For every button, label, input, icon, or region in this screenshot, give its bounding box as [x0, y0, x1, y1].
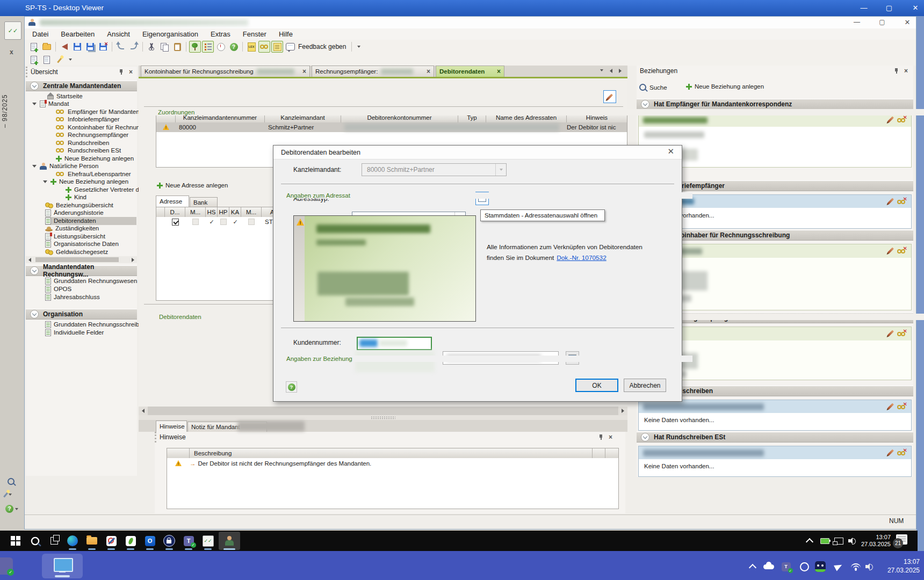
save-icon[interactable] — [71, 41, 83, 53]
dock-search-icon[interactable] — [8, 478, 15, 485]
close-panel-icon[interactable]: × — [904, 68, 908, 74]
tab-rechnungsempfaenger[interactable]: Rechnungsempfänger: × — [312, 66, 434, 77]
check-app-dock-icon[interactable]: ✓✓ — [4, 21, 21, 40]
dialog-titlebar[interactable]: Debitorendaten bearbeiten — [273, 146, 682, 160]
location-arrow-icon[interactable] — [832, 560, 846, 574]
section-zentrale-mandantendaten[interactable]: Zentrale Mandantendaten — [26, 81, 137, 91]
unlink-icon[interactable]: ✕ — [897, 198, 907, 205]
tab-adresse[interactable]: Adresse — [156, 195, 189, 207]
pin-icon[interactable] — [894, 68, 898, 74]
snipping-app-icon[interactable] — [104, 534, 118, 548]
start-button[interactable] — [9, 534, 23, 548]
copy-icon[interactable] — [158, 41, 170, 53]
unlink-icon[interactable]: ✕ — [897, 117, 907, 123]
local-volume-icon[interactable] — [863, 560, 877, 574]
link-documents-icon[interactable] — [258, 41, 270, 53]
remote-clock[interactable]: 13:07 27.03.2025 — [857, 534, 891, 548]
horizontal-splitter[interactable] — [139, 415, 627, 420]
teams-icon[interactable]: T✓ — [182, 534, 196, 548]
checkbox-empty[interactable] — [192, 219, 199, 225]
chevron-down-icon[interactable] — [30, 266, 39, 275]
dialog-help-button[interactable]: ? — [286, 381, 297, 393]
unlink-icon[interactable]: ✕ — [897, 450, 907, 456]
unlink-icon[interactable]: ✕ — [897, 403, 907, 410]
ring-app-icon[interactable] — [797, 560, 811, 574]
sidebar-item-debitorendaten[interactable]: Debitorendaten — [45, 217, 136, 225]
tab-bank[interactable]: Bank — [190, 197, 218, 207]
tab-close-icon[interactable]: × — [497, 69, 501, 74]
sidebar-item-rundschreiben[interactable]: Rundschreiben — [56, 139, 109, 147]
content-hscrollbar[interactable] — [139, 407, 627, 415]
sidebar-item-ehefrau[interactable]: Ehefrau/Lebenspartner — [56, 170, 131, 178]
toolbar-overflow-icon[interactable] — [355, 41, 363, 53]
sidebar-item-jahresabschluss[interactable]: Jahresabschluss — [45, 293, 100, 301]
cut-icon[interactable] — [146, 41, 157, 53]
chevron-down-icon[interactable] — [30, 310, 39, 318]
checkbox-checked[interactable] — [172, 219, 179, 226]
new-document-icon[interactable] — [28, 41, 40, 53]
edit-icon[interactable] — [887, 403, 894, 409]
menu-fenster[interactable]: Fenster — [242, 30, 268, 39]
chevron-down-icon[interactable] — [30, 82, 39, 90]
col-hp[interactable]: HP — [218, 207, 229, 217]
checkbox-empty[interactable] — [220, 219, 227, 225]
magic-wand-icon[interactable] — [54, 54, 66, 66]
tab-close-icon[interactable]: × — [427, 69, 430, 74]
edge-icon[interactable] — [66, 534, 80, 548]
sidebar-item-zustaendigkeiten[interactable]: Zuständigkeiten — [45, 224, 99, 233]
feedback-icon[interactable]: ⋯ — [284, 41, 296, 53]
app-restore-button[interactable]: ▢ — [877, 18, 887, 27]
kundennummer-input[interactable] — [357, 337, 432, 350]
open-icon[interactable] — [41, 41, 53, 53]
menu-bearbeiten[interactable]: Bearbeiten — [60, 30, 96, 39]
neue-adresse-anlegen-link[interactable]: Neue Adresse anlegen — [157, 182, 228, 189]
lexinform-icon[interactable]: LEX — [246, 41, 257, 53]
sidebar-item-organisatorische-daten[interactable]: Organisatorische Daten — [45, 240, 119, 248]
sidebar-item-mandat[interactable]: Mandat — [32, 100, 69, 108]
section-mandantendaten-rechnungswesen[interactable]: Mandantendaten Rechnungsw... — [26, 265, 137, 276]
outlook-icon[interactable]: O — [143, 534, 157, 548]
onedrive-icon[interactable] — [762, 560, 776, 574]
unlink-icon[interactable]: ✕ — [897, 330, 907, 337]
col-beschreibung[interactable]: Beschreibung — [190, 448, 593, 458]
tree-view-icon[interactable] — [189, 41, 201, 53]
app-close-button[interactable]: ✕ — [903, 18, 912, 27]
sidebar-item-leistungsuebersicht[interactable]: Leistungsübersicht — [45, 233, 105, 241]
keepass-icon[interactable] — [162, 534, 176, 548]
history-clock-icon[interactable] — [215, 41, 227, 53]
viewer-close-button[interactable]: ✕ — [910, 5, 921, 12]
sidebar-item-individuelle-felder[interactable]: Individuelle Felder — [45, 329, 104, 337]
edit-icon[interactable] — [887, 449, 894, 455]
scroll-left-button[interactable] — [139, 407, 148, 415]
check-app-icon[interactable]: ✓✓ — [201, 534, 215, 548]
sidebar-item-rundschreiben-est[interactable]: Rundschreiben ESt — [56, 147, 121, 155]
zuordnung-row[interactable]: ! 80000 Schmitz+Partner Der Debitor ist … — [156, 122, 627, 132]
undo-icon[interactable] — [115, 41, 127, 53]
col-m1[interactable]: M... — [185, 207, 206, 217]
viewer-minimize-button[interactable]: — — [858, 5, 869, 12]
tab-hinweise[interactable]: Hinweise — [156, 421, 187, 432]
unlink-icon[interactable]: ✕ — [897, 248, 907, 254]
menu-datei[interactable]: Datei — [31, 30, 49, 39]
pin-icon[interactable] — [119, 69, 123, 75]
local-clock[interactable]: 13:07 27.03.2025 — [880, 557, 920, 575]
viewer-maximize-button[interactable]: ▢ — [884, 5, 894, 12]
assistant-app-icon[interactable] — [813, 560, 827, 574]
local-teams-tray-icon[interactable]: T✓ — [779, 560, 793, 574]
menu-ansicht[interactable]: Ansicht — [106, 30, 131, 39]
edit-icon[interactable] — [887, 198, 894, 204]
ok-button[interactable]: OK — [575, 379, 618, 392]
chevron-down-icon[interactable] — [641, 100, 649, 108]
secondary-overflow-icon[interactable] — [67, 54, 74, 66]
sidebar-item-rechnungsempfaenger[interactable]: Rechnungsempfänger — [56, 131, 128, 139]
tab-kontoinhaber[interactable]: Kontoinhaber für Rechnungsschreibung × — [141, 66, 310, 77]
col-hs[interactable]: HS — [206, 207, 218, 217]
green-app-icon[interactable] — [124, 534, 138, 548]
suche-link[interactable]: Suche — [639, 84, 667, 91]
sidebar-item-aenderungshistorie[interactable]: Änderungshistorie — [45, 209, 104, 217]
save-close-icon[interactable]: ✕ — [97, 41, 109, 53]
col-d[interactable]: D... — [165, 207, 185, 217]
sidebar-item-startseite[interactable]: Startseite — [47, 92, 83, 100]
overview-hscrollbar[interactable] — [26, 256, 137, 263]
sidebar-item-grunddaten-rechnungsschreibung[interactable]: Grunddaten Rechnungsschreibung — [45, 321, 149, 329]
